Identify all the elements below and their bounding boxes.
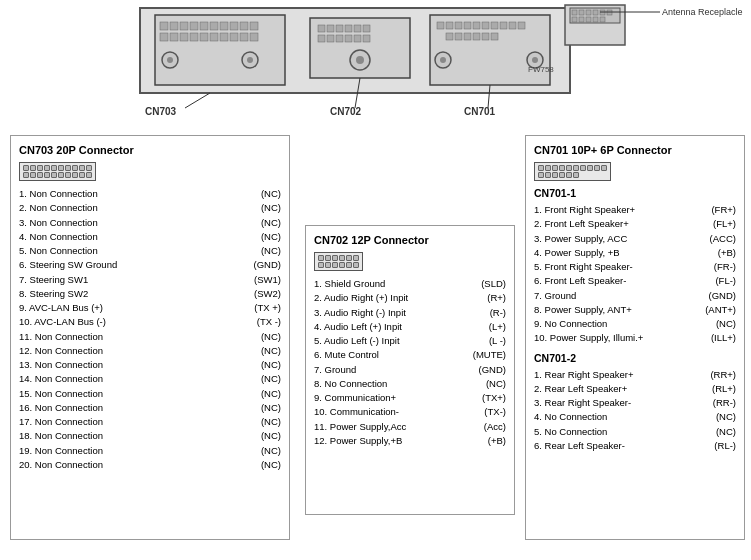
table-row: 14. Non Connection(NC) <box>19 372 281 386</box>
table-row: 5. Non Connection(NC) <box>19 244 281 258</box>
svg-rect-36 <box>345 35 352 42</box>
table-row: 10. Power Supply, Illumi.+(ILL+) <box>534 331 736 345</box>
table-row: 10. AVC-LAN Bus (-)(TX -) <box>19 315 281 329</box>
svg-point-25 <box>247 57 253 63</box>
svg-rect-54 <box>464 33 471 40</box>
table-row: 9. No Connection(NC) <box>534 317 736 331</box>
svg-rect-4 <box>180 22 188 30</box>
svg-rect-37 <box>354 35 361 42</box>
svg-rect-51 <box>518 22 525 29</box>
svg-rect-19 <box>230 33 238 41</box>
table-row: 3. Non Connection(NC) <box>19 216 281 230</box>
table-row: 4. Non Connection(NC) <box>19 230 281 244</box>
table-row: 3. Rear Right Speaker-(RR-) <box>534 396 736 410</box>
table-row: 8. Steering SW2(SW2) <box>19 287 281 301</box>
table-row: 5. Audio Left (-) Inpit(L -) <box>314 334 506 348</box>
svg-rect-53 <box>455 33 462 40</box>
svg-rect-28 <box>327 25 334 32</box>
panels-area: CN703 20P Connector 1. Non Connection(NC… <box>0 130 751 560</box>
cn701-sub2-title: CN701-2 <box>534 352 736 364</box>
svg-rect-35 <box>336 35 343 42</box>
top-diagram: Antenna Receplacle CN703 CN702 CN701 FW7… <box>0 0 751 130</box>
table-row: 19. Non Connection(NC) <box>19 444 281 458</box>
svg-rect-17 <box>210 33 218 41</box>
svg-text:CN701: CN701 <box>464 106 496 117</box>
svg-rect-18 <box>220 33 228 41</box>
svg-rect-29 <box>336 25 343 32</box>
svg-rect-67 <box>593 10 598 15</box>
svg-rect-32 <box>363 25 370 32</box>
table-row: 3. Power Supply, ACC(ACC) <box>534 232 736 246</box>
svg-rect-31 <box>354 25 361 32</box>
table-row: 2. Non Connection(NC) <box>19 201 281 215</box>
svg-text:CN703: CN703 <box>145 106 177 117</box>
svg-rect-48 <box>491 22 498 29</box>
svg-rect-7 <box>210 22 218 30</box>
table-row: 10. Communication-(TX-) <box>314 405 506 419</box>
svg-rect-45 <box>464 22 471 29</box>
table-row: 17. Non Connection(NC) <box>19 415 281 429</box>
svg-rect-8 <box>220 22 228 30</box>
table-row: 1. Shield Ground(SLD) <box>314 277 506 291</box>
table-row: 12. Non Connection(NC) <box>19 344 281 358</box>
cn702-title: CN702 12P Connector <box>314 234 506 246</box>
table-row: 13. Non Connection(NC) <box>19 358 281 372</box>
svg-rect-50 <box>509 22 516 29</box>
panel-cn702: CN702 12P Connector 1. Shield Ground(SLD… <box>305 225 515 515</box>
table-row: 1. Non Connection(NC) <box>19 187 281 201</box>
table-row: 11. Non Connection(NC) <box>19 330 281 344</box>
svg-rect-38 <box>363 35 370 42</box>
table-row: 4. Power Supply, +B(+B) <box>534 246 736 260</box>
table-row: 1. Rear Right Speaker+(RR+) <box>534 368 736 382</box>
svg-rect-55 <box>473 33 480 40</box>
svg-rect-13 <box>170 33 178 41</box>
svg-rect-73 <box>593 17 598 22</box>
cn701-2-pin-list: 1. Rear Right Speaker+(RR+)2. Rear Left … <box>534 368 736 454</box>
table-row: 2. Rear Left Speaker+(RL+) <box>534 382 736 396</box>
svg-rect-33 <box>318 35 325 42</box>
svg-rect-52 <box>446 33 453 40</box>
connector-svg: Antenna Receplacle CN703 CN702 CN701 FW7… <box>0 0 751 130</box>
svg-rect-20 <box>240 33 248 41</box>
svg-rect-65 <box>579 10 584 15</box>
table-row: 4. Audio Left (+) Inpit(L+) <box>314 320 506 334</box>
cn701-title: CN701 10P+ 6P Connector <box>534 144 736 156</box>
cn702-icon <box>314 251 506 271</box>
svg-rect-49 <box>500 22 507 29</box>
svg-text:FW758: FW758 <box>528 65 554 74</box>
svg-rect-57 <box>491 33 498 40</box>
cn701-1-pin-list: 1. Front Right Speaker+(FR+)2. Front Lef… <box>534 203 736 346</box>
table-row: 7. Ground(GND) <box>314 363 506 377</box>
table-row: 8. Power Supply, ANT+(ANT+) <box>534 303 736 317</box>
cn703-pin-list: 1. Non Connection(NC)2. Non Connection(N… <box>19 187 281 472</box>
svg-point-40 <box>356 56 364 64</box>
table-row: 8. No Connection(NC) <box>314 377 506 391</box>
svg-point-23 <box>167 57 173 63</box>
svg-rect-6 <box>200 22 208 30</box>
svg-rect-44 <box>455 22 462 29</box>
svg-rect-27 <box>318 25 325 32</box>
table-row: 11. Power Supply,Acc(Acc) <box>314 420 506 434</box>
antenna-label: Antenna Receplacle <box>662 7 743 17</box>
svg-rect-10 <box>240 22 248 30</box>
table-row: 3. Audio Right (-) Inpit(R-) <box>314 306 506 320</box>
table-row: 9. Communication+(TX+) <box>314 391 506 405</box>
svg-point-61 <box>532 57 538 63</box>
table-row: 9. AVC-LAN Bus (+)(TX +) <box>19 301 281 315</box>
cn703-title: CN703 20P Connector <box>19 144 281 156</box>
table-row: 7. Ground(GND) <box>534 289 736 303</box>
svg-rect-3 <box>170 22 178 30</box>
table-row: 12. Power Supply,+B(+B) <box>314 434 506 448</box>
table-row: 15. Non Connection(NC) <box>19 387 281 401</box>
svg-rect-34 <box>327 35 334 42</box>
svg-rect-15 <box>190 33 198 41</box>
svg-point-59 <box>440 57 446 63</box>
svg-rect-9 <box>230 22 238 30</box>
svg-rect-11 <box>250 22 258 30</box>
table-row: 6. Steering SW Ground(GND) <box>19 258 281 272</box>
svg-line-76 <box>185 93 210 108</box>
table-row: 2. Audio Right (+) Inpit(R+) <box>314 291 506 305</box>
table-row: 5. Front Right Speaker-(FR-) <box>534 260 736 274</box>
svg-rect-30 <box>345 25 352 32</box>
svg-rect-71 <box>579 17 584 22</box>
